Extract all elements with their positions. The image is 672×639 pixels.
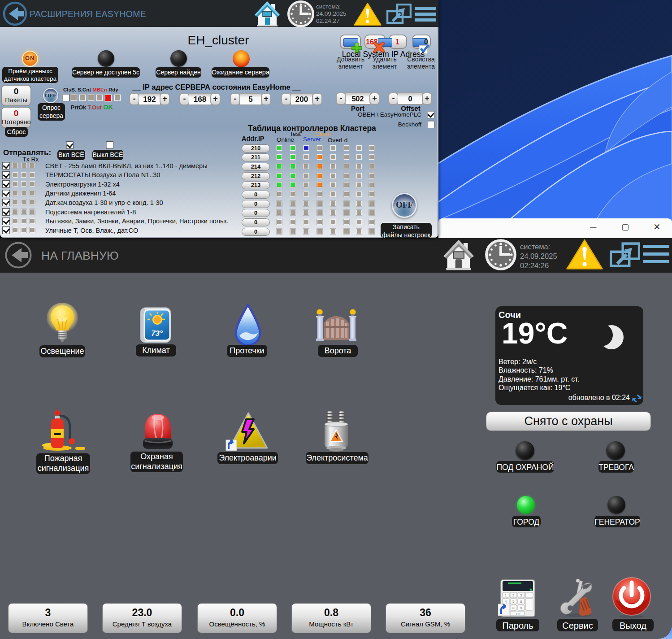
svg-text:4: 4 xyxy=(505,600,507,604)
svg-text:6: 6 xyxy=(520,600,522,604)
svg-text:9: 9 xyxy=(520,606,522,610)
svg-text:73°: 73° xyxy=(151,329,163,338)
svg-text:2: 2 xyxy=(512,593,515,597)
svg-text:5: 5 xyxy=(512,600,515,604)
svg-text:3: 3 xyxy=(520,593,522,597)
svg-text:CE: CE xyxy=(516,612,521,616)
svg-text:8: 8 xyxy=(512,606,515,610)
svg-text:1: 1 xyxy=(505,593,507,597)
